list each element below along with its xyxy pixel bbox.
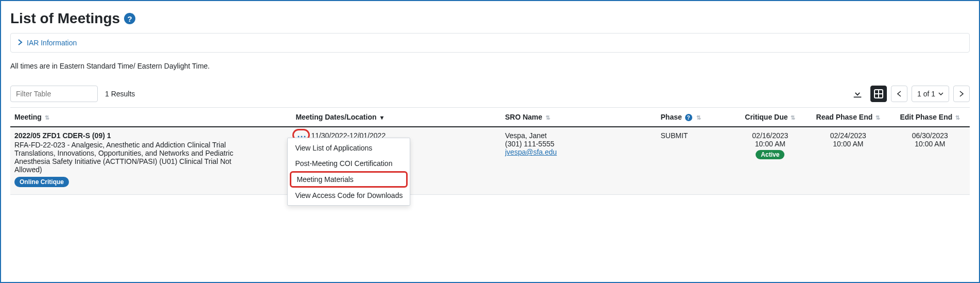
filter-input[interactable] — [10, 86, 98, 102]
col-header-meeting[interactable]: Meeting ⇅ — [10, 108, 291, 127]
active-badge: Active — [756, 150, 784, 159]
grid-view-icon[interactable] — [870, 86, 887, 102]
menu-access-code[interactable]: View Access Code for Downloads — [288, 188, 410, 203]
next-page-button[interactable] — [953, 86, 970, 102]
sort-icon: ⇅ — [45, 114, 49, 121]
iar-information-accordion[interactable]: IAR Information — [10, 33, 970, 53]
page-indicator-label: 1 of 1 — [917, 90, 935, 98]
read-end-time: 10:00 AM — [810, 140, 886, 148]
col-header-edit-phase[interactable]: Edit Phase End ⇅ — [890, 108, 970, 127]
col-header-critique-due[interactable]: Critique Due ⇅ — [734, 108, 807, 127]
col-header-sro[interactable]: SRO Name ⇅ — [501, 108, 656, 127]
toolbar: 1 Results 1 of 1 — [10, 86, 970, 102]
col-header-dates[interactable]: Meeting Dates/Location ▾ — [291, 108, 501, 127]
read-end-date: 02/24/2023 — [810, 131, 886, 140]
menu-meeting-materials[interactable]: Meeting Materials — [290, 171, 408, 188]
sort-icon: ⇅ — [546, 114, 550, 121]
sort-icon: ⇅ — [955, 114, 960, 121]
chevron-right-icon — [18, 39, 23, 47]
meeting-description: RFA-FD-22-023 - Analgesic, Anesthetic an… — [14, 141, 251, 174]
menu-coi-certification[interactable]: Post-Meeting COI Certification — [288, 156, 410, 171]
online-critique-badge[interactable]: Online Critique — [14, 177, 69, 187]
download-icon[interactable] — [849, 86, 866, 102]
sort-icon: ⇅ — [696, 114, 701, 121]
help-icon[interactable]: ? — [685, 114, 692, 121]
sort-down-icon: ▾ — [380, 114, 383, 121]
meeting-code: 2022/05 ZFD1 CDER-S (09) 1 — [14, 131, 287, 140]
col-header-critique-due-label: Critique Due — [745, 113, 787, 121]
timezone-note: All times are in Eastern Standard Time/ … — [10, 62, 970, 70]
col-header-edit-phase-label: Edit Phase End — [900, 113, 952, 121]
col-header-read-phase-label: Read Phase End — [816, 113, 873, 121]
phase-value: SUBMIT — [657, 127, 734, 195]
col-header-phase-label: Phase — [661, 113, 682, 121]
meetings-table: Meeting ⇅ Meeting Dates/Location ▾ SRO N… — [10, 107, 970, 195]
page-title: List of Meetings ? — [10, 10, 970, 27]
help-icon[interactable]: ? — [124, 13, 135, 24]
col-header-meeting-label: Meeting — [14, 113, 42, 121]
results-count: 1 Results — [105, 90, 135, 98]
sro-phone: (301) 111-5555 — [505, 140, 652, 148]
accordion-label: IAR Information — [27, 39, 77, 47]
critique-due-time: 10:00 AM — [739, 140, 802, 148]
critique-due-date: 02/16/2023 — [739, 131, 802, 140]
page-indicator[interactable]: 1 of 1 — [912, 86, 949, 102]
row-actions-menu: View List of Applications Post-Meeting C… — [287, 138, 410, 206]
sort-icon: ⇅ — [876, 114, 880, 121]
col-header-sro-label: SRO Name — [505, 113, 542, 121]
sro-name: Vespa, Janet — [505, 131, 652, 140]
col-header-dates-label: Meeting Dates/Location — [295, 113, 376, 121]
table-row: 2022/05 ZFD1 CDER-S (09) 1 RFA-FD-22-023… — [10, 127, 970, 195]
page-title-text: List of Meetings — [10, 10, 120, 27]
col-header-phase[interactable]: Phase ? ⇅ — [657, 108, 734, 127]
menu-view-applications[interactable]: View List of Applications — [288, 140, 410, 156]
sro-email-link[interactable]: jvespa@sfa.edu — [505, 148, 557, 156]
edit-end-time: 10:00 AM — [895, 140, 966, 148]
prev-page-button[interactable] — [891, 86, 907, 102]
col-header-read-phase[interactable]: Read Phase End ⇅ — [806, 108, 890, 127]
edit-end-date: 06/30/2023 — [895, 131, 966, 140]
sort-icon: ⇅ — [791, 114, 795, 121]
